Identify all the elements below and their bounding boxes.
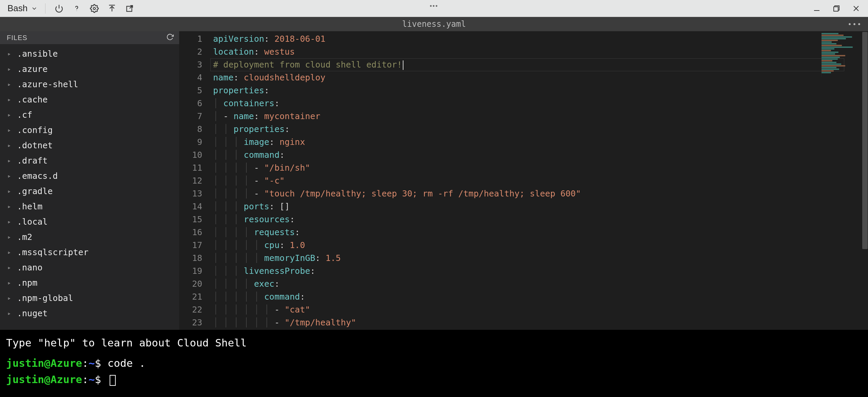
code-line[interactable]: properties: (213, 84, 868, 97)
code-line[interactable]: │ │ │ resources: (213, 213, 868, 226)
toolbar-separator (45, 3, 45, 14)
tree-item-label: .local (17, 217, 48, 227)
maximize-button[interactable] (831, 3, 842, 14)
code-line[interactable]: apiVersion: 2018-06-01 (213, 33, 868, 45)
code-line[interactable]: │ │ │ │ - "-c" (213, 174, 868, 187)
close-button[interactable] (851, 3, 861, 14)
drag-handle-icon[interactable]: ••• (430, 3, 438, 10)
chevron-right-icon: ▹ (7, 81, 14, 88)
tree-item-label: .dotnet (17, 140, 53, 150)
tree-item[interactable]: ▹.npm (0, 275, 179, 290)
tree-item-label: .cache (17, 95, 48, 105)
refresh-button[interactable] (166, 33, 174, 42)
line-number: 12 (179, 174, 210, 187)
terminal-cursor (110, 375, 116, 386)
tree-item[interactable]: ▹.mssqlscripter (0, 245, 179, 260)
code-line[interactable]: │ │ │ │ │ │ - "/tmp/healthy" (213, 316, 868, 329)
new-session-button[interactable] (123, 2, 136, 15)
line-number: 20 (179, 278, 210, 290)
code-line[interactable]: │ │ │ │ │ │ - "cat" (213, 303, 868, 316)
minimize-button[interactable] (812, 3, 822, 14)
help-button[interactable] (70, 2, 83, 15)
code-line[interactable]: name: cloudshelldeploy (213, 71, 868, 84)
terminal-line: Type "help" to learn about Cloud Shell (6, 335, 862, 351)
tree-item[interactable]: ▹.azure-shell (0, 77, 179, 92)
file-tree[interactable]: ▹.ansible▹.azure▹.azure-shell▹.cache▹.cf… (0, 44, 179, 330)
tree-item-label: .emacs.d (17, 171, 58, 181)
tree-item[interactable]: ▹.nuget (0, 306, 179, 321)
code-line[interactable]: │ │ │ │ - "touch /tmp/healthy; sleep 30;… (213, 187, 868, 200)
tree-item-label: .helm (17, 202, 42, 211)
tree-item-label: .azure (17, 64, 48, 74)
terminal-line: justin@Azure:~$ (6, 371, 862, 387)
code-line[interactable]: location: westus (213, 45, 868, 58)
code-line[interactable]: │ │ │ │ │ cpu: 1.0 (213, 239, 868, 252)
restart-button[interactable] (52, 2, 66, 15)
minimap[interactable] (821, 33, 862, 77)
line-number: 15 (179, 213, 210, 226)
code-line[interactable]: │ │ │ │ requests: (213, 226, 868, 239)
tree-item[interactable]: ▹.nano (0, 260, 179, 275)
chevron-right-icon: ▹ (7, 66, 14, 72)
shell-selector-label: Bash (7, 3, 27, 14)
tree-item[interactable]: ▹.dotnet (0, 138, 179, 153)
code-line[interactable]: # deployment from cloud shell editor! (213, 58, 868, 71)
chevron-right-icon: ▹ (7, 157, 14, 164)
editor-titlebar: liveness.yaml ••• (0, 17, 868, 31)
code-line[interactable]: │ - name: mycontainer (213, 110, 868, 123)
upload-button[interactable] (105, 2, 119, 15)
tree-item[interactable]: ▹.cache (0, 92, 179, 107)
tree-item[interactable]: ▹.helm (0, 199, 179, 214)
code-line[interactable]: │ │ │ command: (213, 149, 868, 162)
tree-item[interactable]: ▹.m2 (0, 229, 179, 245)
tree-item[interactable]: ▹.config (0, 122, 179, 138)
code-line[interactable]: │ │ │ ports: [] (213, 200, 868, 213)
tree-item[interactable]: ▹.ansible (0, 46, 179, 61)
code-editor[interactable]: 1234567891011121314151617181920212223 ap… (179, 31, 868, 330)
terminal-help-text: Type "help" to learn about Cloud Shell (6, 337, 247, 349)
editor-scrollbar-thumb[interactable] (862, 32, 868, 249)
code-line[interactable]: │ │ │ │ │ memoryInGB: 1.5 (213, 252, 868, 265)
terminal[interactable]: Type "help" to learn about Cloud Shell j… (0, 330, 868, 394)
code-line[interactable]: │ │ │ │ │ command: (213, 290, 868, 303)
maximize-icon (832, 4, 841, 13)
chevron-right-icon: ▹ (7, 96, 14, 103)
tree-item[interactable]: ▹.emacs.d (0, 168, 179, 184)
code-content[interactable]: apiVersion: 2018-06-01location: westus# … (210, 31, 868, 330)
tree-item-label: .draft (17, 156, 48, 166)
terminal-line: justin@Azure:~$ code . (6, 355, 862, 371)
code-line[interactable]: │ │ │ image: nginx (213, 136, 868, 149)
line-number: 4 (179, 71, 210, 84)
chevron-right-icon: ▹ (7, 173, 14, 179)
tree-item-label: .gradle (17, 186, 53, 196)
code-line[interactable]: │ │ │ livenessProbe: (213, 265, 868, 278)
code-line[interactable]: │ containers: (213, 97, 868, 110)
chevron-right-icon: ▹ (7, 310, 14, 317)
shell-selector[interactable]: Bash (5, 2, 40, 15)
code-line[interactable]: │ │ properties: (213, 123, 868, 136)
tree-item-label: .cf (17, 110, 32, 120)
tree-item[interactable]: ▹.npm-global (0, 290, 179, 306)
terminal-prompt-user: justin@Azure (6, 357, 82, 369)
chevron-right-icon: ▹ (7, 249, 14, 256)
tree-item-label: .mssqlscripter (17, 247, 89, 257)
chevron-right-icon: ▹ (7, 295, 14, 301)
svg-point-2 (93, 7, 96, 10)
tree-item-label: .nuget (17, 308, 48, 318)
tree-item[interactable]: ▹.gradle (0, 184, 179, 199)
tree-item[interactable]: ▹.local (0, 214, 179, 229)
tree-item[interactable]: ▹.azure (0, 61, 179, 77)
chevron-right-icon: ▹ (7, 188, 14, 194)
tree-item[interactable]: ▹.cf (0, 107, 179, 122)
line-number: 19 (179, 265, 210, 278)
editor-more-button[interactable]: ••• (848, 20, 862, 28)
chevron-right-icon: ▹ (7, 51, 14, 57)
line-number: 9 (179, 136, 210, 149)
tree-item[interactable]: ▹.draft (0, 153, 179, 168)
editor-scrollbar[interactable] (862, 31, 868, 330)
code-line[interactable]: │ │ │ │ - "/bin/sh" (213, 162, 868, 174)
code-line[interactable]: │ │ │ │ exec: (213, 278, 868, 290)
gear-icon (90, 4, 99, 13)
settings-button[interactable] (88, 2, 101, 15)
window-controls (812, 3, 863, 14)
